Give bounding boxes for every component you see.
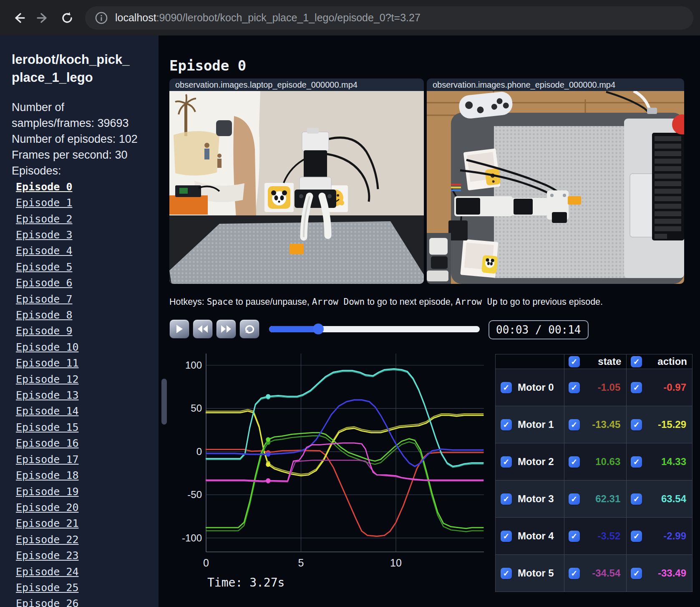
fast-forward-icon bbox=[220, 325, 232, 333]
url-bar[interactable]: localhost:9090/lerobot/koch_pick_place_1… bbox=[85, 6, 693, 30]
slider-fill bbox=[269, 326, 318, 332]
episode-link-episode-26[interactable]: Episode 26 bbox=[12, 597, 79, 607]
episode-link-episode-4[interactable]: Episode 4 bbox=[12, 245, 72, 257]
second-arm bbox=[427, 233, 451, 284]
motor-row-checkbox[interactable]: ✓ bbox=[501, 531, 512, 542]
action-header-cell: ✓action bbox=[627, 354, 692, 369]
state-column-checkbox[interactable]: ✓ bbox=[569, 356, 580, 367]
rewind-icon bbox=[197, 325, 209, 333]
action-value: 14.33 bbox=[642, 456, 692, 468]
motor-row-checkbox[interactable]: ✓ bbox=[501, 419, 512, 430]
loop-icon bbox=[244, 324, 255, 334]
episode-link-episode-14[interactable]: Episode 14 bbox=[12, 405, 79, 417]
state-cell-checkbox[interactable]: ✓ bbox=[569, 493, 580, 505]
episode-list-item: Episode 19 bbox=[12, 484, 159, 500]
state-cell-checkbox[interactable]: ✓ bbox=[569, 382, 580, 393]
state-cell-checkbox[interactable]: ✓ bbox=[569, 531, 580, 542]
motor-header-cell bbox=[496, 354, 564, 369]
motor-row-checkbox[interactable]: ✓ bbox=[501, 456, 512, 468]
action-cell-checkbox[interactable]: ✓ bbox=[631, 531, 642, 542]
back-icon[interactable] bbox=[12, 11, 26, 25]
action-cell-checkbox[interactable]: ✓ bbox=[631, 568, 642, 579]
episode-link-episode-19[interactable]: Episode 19 bbox=[12, 486, 79, 498]
action-cell-checkbox[interactable]: ✓ bbox=[631, 493, 642, 505]
svg-text:0: 0 bbox=[196, 446, 202, 457]
episode-link-episode-0[interactable]: Episode 0 bbox=[12, 181, 72, 193]
episode-list-item: Episode 8 bbox=[12, 308, 159, 324]
episode-link-episode-21[interactable]: Episode 21 bbox=[12, 517, 79, 529]
episode-link-episode-17[interactable]: Episode 17 bbox=[12, 453, 79, 465]
state-value: -13.45 bbox=[580, 419, 627, 430]
episode-link-episode-1[interactable]: Episode 1 bbox=[12, 197, 72, 209]
episode-link-episode-25[interactable]: Episode 25 bbox=[12, 582, 79, 594]
action-cell-checkbox[interactable]: ✓ bbox=[631, 419, 642, 430]
loop-button[interactable] bbox=[239, 319, 259, 339]
svg-text:100: 100 bbox=[185, 359, 202, 371]
slider-thumb[interactable] bbox=[313, 324, 324, 334]
video-title-laptop: observation.images.laptop_episode_000000… bbox=[169, 78, 424, 91]
motor-row-checkbox[interactable]: ✓ bbox=[501, 382, 512, 393]
sidebar: lerobot/koch_pick_place_1_lego Number of… bbox=[0, 35, 159, 607]
episode-link-episode-16[interactable]: Episode 16 bbox=[12, 437, 79, 449]
action-value: -2.99 bbox=[642, 530, 692, 542]
rewind-button[interactable] bbox=[193, 319, 213, 339]
episode-link-episode-9[interactable]: Episode 9 bbox=[12, 325, 72, 337]
episode-link-episode-23[interactable]: Episode 23 bbox=[12, 549, 79, 561]
stats-line: Number of bbox=[12, 99, 159, 115]
episode-list-item: Episode 18 bbox=[12, 468, 159, 484]
state-cell-checkbox[interactable]: ✓ bbox=[569, 456, 580, 468]
episodes-label: Episodes: bbox=[12, 163, 159, 179]
svg-text:50: 50 bbox=[191, 402, 202, 414]
state-header-cell: ✓state bbox=[564, 354, 627, 369]
motor-label: Motor 0 bbox=[518, 382, 554, 393]
motors-chart[interactable]: 100500-50-1000510 bbox=[159, 344, 490, 589]
state-value: 10.63 bbox=[580, 456, 627, 468]
motor-row-checkbox[interactable]: ✓ bbox=[501, 568, 512, 579]
episode-link-episode-8[interactable]: Episode 8 bbox=[12, 309, 72, 321]
episode-link-episode-24[interactable]: Episode 24 bbox=[12, 566, 79, 578]
fast-forward-button[interactable] bbox=[216, 319, 236, 339]
episode-link-episode-7[interactable]: Episode 7 bbox=[12, 293, 72, 305]
state-value: 62.31 bbox=[580, 493, 627, 505]
play-button[interactable] bbox=[169, 319, 189, 339]
url-text: localhost:9090/lerobot/koch_pick_place_1… bbox=[115, 12, 421, 24]
episode-link-episode-15[interactable]: Episode 15 bbox=[12, 421, 79, 433]
motor-row-checkbox[interactable]: ✓ bbox=[501, 493, 512, 505]
episode-link-episode-3[interactable]: Episode 3 bbox=[12, 229, 72, 241]
motor-label: Motor 4 bbox=[518, 530, 554, 542]
action-value: -33.49 bbox=[642, 567, 692, 579]
svg-text:-100: -100 bbox=[182, 532, 202, 544]
page-title: Episode 0 bbox=[169, 57, 246, 74]
info-icon[interactable] bbox=[94, 11, 108, 25]
episode-link-episode-12[interactable]: Episode 12 bbox=[12, 373, 79, 385]
episode-list-item: Episode 10 bbox=[12, 340, 159, 356]
lego-brick bbox=[290, 244, 304, 254]
state-cell-checkbox[interactable]: ✓ bbox=[569, 568, 580, 579]
reload-icon[interactable] bbox=[60, 11, 74, 25]
svg-text:0: 0 bbox=[203, 557, 209, 569]
episode-link-episode-13[interactable]: Episode 13 bbox=[12, 389, 79, 401]
episode-link-episode-5[interactable]: Episode 5 bbox=[12, 261, 72, 273]
episode-link-episode-18[interactable]: Episode 18 bbox=[12, 469, 79, 481]
time-display: 00:03 / 00:14 bbox=[488, 320, 589, 339]
action-value: -0.97 bbox=[642, 382, 692, 393]
episode-link-episode-22[interactable]: Episode 22 bbox=[12, 534, 79, 546]
phone-video[interactable] bbox=[427, 91, 684, 284]
episode-link-episode-11[interactable]: Episode 11 bbox=[12, 357, 79, 369]
video-title-phone: observation.images.phone_episode_000000.… bbox=[427, 78, 684, 91]
state-cell-checkbox[interactable]: ✓ bbox=[569, 419, 580, 430]
action-cell-checkbox[interactable]: ✓ bbox=[631, 456, 642, 468]
laptop-video[interactable] bbox=[169, 91, 424, 284]
episode-link-episode-10[interactable]: Episode 10 bbox=[12, 341, 79, 353]
episode-list-item: Episode 15 bbox=[12, 420, 159, 436]
action-cell-checkbox[interactable]: ✓ bbox=[631, 382, 642, 393]
dataset-stats: Number of samples/frames: 39693 Number o… bbox=[12, 99, 159, 179]
episode-list-item: Episode 21 bbox=[12, 516, 159, 532]
seek-slider[interactable] bbox=[269, 324, 480, 334]
episode-link-episode-20[interactable]: Episode 20 bbox=[12, 501, 79, 513]
action-column-checkbox[interactable]: ✓ bbox=[631, 356, 642, 367]
chart-time-label: Time: 3.27s bbox=[207, 576, 285, 589]
episode-link-episode-2[interactable]: Episode 2 bbox=[12, 213, 72, 225]
forward-icon[interactable] bbox=[36, 11, 50, 25]
episode-link-episode-6[interactable]: Episode 6 bbox=[12, 277, 72, 289]
